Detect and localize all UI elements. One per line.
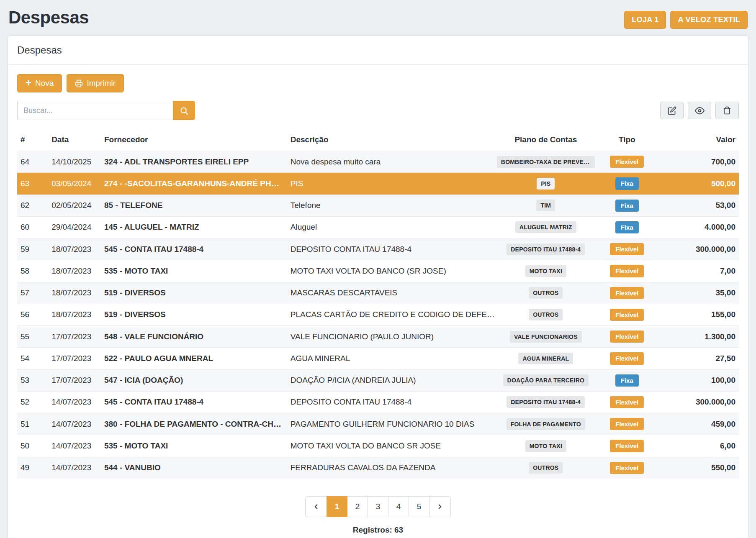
delete-button[interactable] xyxy=(715,102,739,119)
expense-row[interactable]: 5114/07/2023380 - FOLHA DE PAGAMENTO - C… xyxy=(17,413,739,435)
cell-supplier: 324 - ADL TRANSPORTES EIRELI EPP xyxy=(101,151,287,173)
expense-row[interactable]: 5214/07/2023545 - CONTA ITAU 17488-4DEPO… xyxy=(17,391,739,413)
expense-row[interactable]: 5918/07/2023545 - CONTA ITAU 17488-4DEPO… xyxy=(17,238,739,260)
cell-value: 4.000,00 xyxy=(656,216,739,238)
cell-account: OUTROS xyxy=(494,304,598,325)
cell-num: 52 xyxy=(17,391,48,413)
cell-type: Flexível xyxy=(598,238,656,260)
cell-type: Flexível xyxy=(598,457,656,479)
expense-row[interactable]: 5818/07/2023535 - MOTO TAXIMOTO TAXI VOL… xyxy=(17,260,739,282)
cell-description: DEPOSITO CONTA ITAU 17488-4 xyxy=(287,238,494,260)
cell-num: 54 xyxy=(17,348,48,369)
panel-body: + Nova Imprimir xyxy=(8,65,748,538)
expense-row[interactable]: 5517/07/2023548 - VALE FUNCIONÁRIOVALE F… xyxy=(17,326,739,348)
cell-num: 64 xyxy=(17,151,48,173)
type-badge: Fixa xyxy=(615,200,639,212)
account-badge: DOAÇÃO PARA TERCEIRO xyxy=(503,374,589,386)
expense-row[interactable]: 5417/07/2023522 - PAULO AGUA MNERALAGUA … xyxy=(17,348,739,369)
pagination-page-4[interactable]: 4 xyxy=(388,496,409,517)
pagination-page-3[interactable]: 3 xyxy=(368,496,388,517)
cell-supplier: 535 - MOTO TAXI xyxy=(101,435,287,457)
account-badge: OUTROS xyxy=(529,462,563,474)
cell-num: 58 xyxy=(17,260,48,282)
pagination-page-2[interactable]: 2 xyxy=(347,496,368,517)
cell-value: 1.300,00 xyxy=(656,326,739,348)
search-input[interactable] xyxy=(17,101,173,120)
new-expense-button[interactable]: + Nova xyxy=(17,74,62,92)
store-button[interactable]: LOJA 1 xyxy=(624,11,666,29)
cell-account: DEPOSITO ITAU 17488-4 xyxy=(494,391,598,413)
type-badge: Flexível xyxy=(610,287,644,299)
cell-num: 59 xyxy=(17,238,48,260)
cell-date: 18/07/2023 xyxy=(48,282,101,304)
cell-date: 17/07/2023 xyxy=(48,369,101,391)
column-header-description: Descrição xyxy=(287,130,494,151)
table-header-row: #DataFornecedorDescriçãoPlano de ContasT… xyxy=(17,130,739,151)
page-title: Despesas xyxy=(8,8,89,28)
cell-type: Fixa xyxy=(598,216,656,238)
type-badge: Flexível xyxy=(610,418,644,430)
pagination-prev-button[interactable] xyxy=(305,496,327,517)
search-button[interactable] xyxy=(173,101,195,120)
edit-button[interactable] xyxy=(660,102,684,119)
company-button[interactable]: A VELOZ TEXTIL xyxy=(670,11,748,29)
pagination-next-button[interactable] xyxy=(429,496,451,517)
print-button[interactable]: Imprimir xyxy=(67,74,124,92)
expense-row[interactable]: 6414/10/2025324 - ADL TRANSPORTES EIRELI… xyxy=(17,151,739,173)
cell-supplier: 274 - -SACOLITAS-GARANHUNS-ANDRÉ PH… xyxy=(101,173,287,195)
cell-account: ALUGUEL MATRIZ xyxy=(494,216,598,238)
account-badge: VALE FUNCIONARIOS xyxy=(510,331,582,343)
account-badge: OUTROS xyxy=(529,287,563,299)
pagination-page-1[interactable]: 1 xyxy=(327,496,347,517)
edit-icon xyxy=(668,106,676,115)
type-badge: Flexível xyxy=(610,440,644,452)
cell-description: PLACAS CARTÃO DE CREDITO E CODIGO DE DEF… xyxy=(287,304,494,325)
type-badge: Flexível xyxy=(610,265,644,277)
expense-row[interactable]: 4914/07/2023544 - VANUBIOFERRADURAS CAVA… xyxy=(17,457,739,479)
type-badge: Flexível xyxy=(610,243,644,255)
column-header-account: Plano de Contas xyxy=(494,130,598,151)
cell-num: 60 xyxy=(17,216,48,238)
cell-description: PAGAMENTO GUILHERM FUNCIONARIO 10 DIAS xyxy=(287,413,494,435)
trash-icon xyxy=(723,106,731,115)
cell-num: 50 xyxy=(17,435,48,457)
expense-row[interactable]: 5718/07/2023519 - DIVERSOSMASCARAS DESCA… xyxy=(17,282,739,304)
cell-account: FOLHA DE PAGAMENTO xyxy=(494,413,598,435)
search-icon xyxy=(180,106,188,115)
row-action-buttons xyxy=(660,102,739,119)
column-header-type: Tipo xyxy=(598,130,656,151)
eye-icon xyxy=(695,106,705,115)
expense-row[interactable]: 5014/07/2023535 - MOTO TAXIMOTO TAXI VOL… xyxy=(17,435,739,457)
cell-type: Flexível xyxy=(598,413,656,435)
column-header-date: Data xyxy=(48,130,101,151)
expense-row[interactable]: 6202/05/202485 - TELEFONETelefoneTIMFixa… xyxy=(17,195,739,216)
type-badge: Flexível xyxy=(610,352,644,364)
cell-supplier: 519 - DIVERSOS xyxy=(101,304,287,325)
pagination-page-5[interactable]: 5 xyxy=(409,496,429,517)
account-badge: AGUA MINERAL xyxy=(518,353,573,364)
cell-value: 459,00 xyxy=(656,413,739,435)
expense-row[interactable]: 6029/04/2024145 - ALUGUEL - MATRIZAlugue… xyxy=(17,216,739,238)
expense-row[interactable]: 6303/05/2024274 - -SACOLITAS-GARANHUNS-A… xyxy=(17,173,739,195)
expense-row[interactable]: 5618/07/2023519 - DIVERSOSPLACAS CARTÃO … xyxy=(17,304,739,325)
cell-description: AGUA MINERAL xyxy=(287,348,494,369)
account-badge: OUTROS xyxy=(529,309,563,320)
cell-supplier: 545 - CONTA ITAU 17488-4 xyxy=(101,391,287,413)
account-badge: DEPOSITO ITAU 17488-4 xyxy=(507,243,585,255)
cell-num: 53 xyxy=(17,369,48,391)
cell-num: 57 xyxy=(17,282,48,304)
cell-description: FERRADURAS CAVALOS DA FAZENDA xyxy=(287,457,494,479)
table-header: #DataFornecedorDescriçãoPlano de ContasT… xyxy=(17,130,739,151)
page: Despesas LOJA 1 A VELOZ TEXTIL Despesas … xyxy=(0,0,756,538)
view-button[interactable] xyxy=(688,102,711,119)
cell-supplier: 380 - FOLHA DE PAGAMENTO - CONTRA-CH… xyxy=(101,413,287,435)
cell-value: 700,00 xyxy=(656,151,739,173)
cell-num: 56 xyxy=(17,304,48,325)
cell-value: 27,50 xyxy=(656,348,739,369)
type-badge: Flexível xyxy=(610,156,644,168)
cell-account: MOTO TAXI xyxy=(494,260,598,282)
cell-description: DOAÇÃO P/ICIA (ANDREIA JULIA) xyxy=(287,369,494,391)
cell-value: 155,00 xyxy=(656,304,739,325)
expense-row[interactable]: 5317/07/2023547 - ICIA (DOAÇÃO)DOAÇÃO P/… xyxy=(17,369,739,391)
cell-type: Flexível xyxy=(598,151,656,173)
